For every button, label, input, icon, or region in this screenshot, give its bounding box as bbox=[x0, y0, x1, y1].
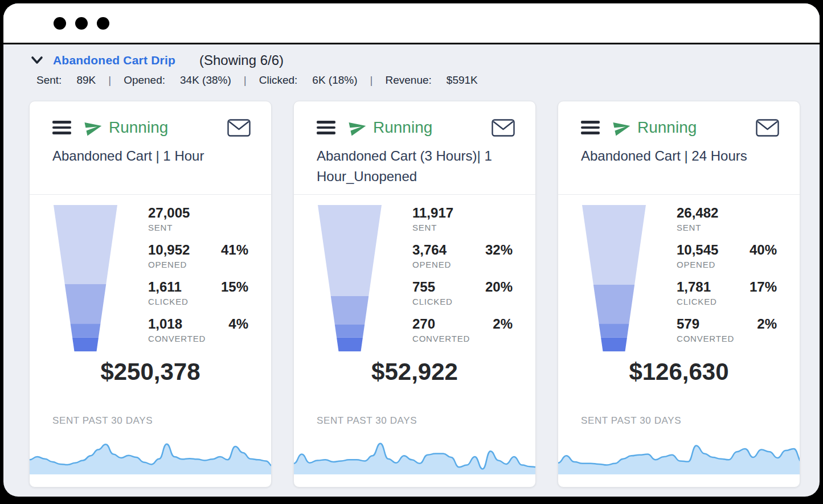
sparkline-chart bbox=[558, 439, 800, 474]
stat-separator: | bbox=[244, 74, 247, 87]
metric-clicked: 755 CLICKED 20% bbox=[412, 279, 513, 316]
funnel-chart bbox=[582, 205, 646, 354]
stat-clicked: Clicked: 6K (18%) bbox=[259, 74, 358, 87]
campaign-group-title[interactable]: Abandoned Cart Drip bbox=[53, 54, 175, 67]
metric-opened-pct: 32% bbox=[485, 242, 513, 279]
showing-count: (Showing 6/6) bbox=[199, 52, 284, 68]
metric-converted-label: CONVERTED bbox=[677, 334, 734, 343]
metric-clicked-pct: 17% bbox=[750, 279, 777, 316]
metric-clicked-label: CLICKED bbox=[412, 297, 453, 306]
sparkline-label: SENT PAST 30 DAYS bbox=[317, 415, 535, 427]
window-dot-3[interactable] bbox=[97, 17, 109, 30]
metric-converted-pct: 4% bbox=[228, 316, 248, 353]
card-header: Running Abandoned Cart (3 Hours)| 1 Hour… bbox=[294, 101, 535, 194]
hamburger-icon bbox=[581, 121, 600, 124]
campaign-title: Abandoned Cart (3 Hours)| 1 Hour_Unopene… bbox=[317, 146, 515, 187]
status-text: Running bbox=[373, 118, 432, 137]
paper-plane-icon bbox=[82, 117, 105, 138]
revenue-total: $250,378 bbox=[30, 358, 271, 390]
metric-opened-value: 10,952 bbox=[148, 242, 190, 258]
metric-converted-value: 1,018 bbox=[148, 316, 206, 332]
card-menu-button[interactable] bbox=[317, 121, 335, 134]
email-button[interactable] bbox=[756, 119, 779, 137]
stat-opened-label: Opened: bbox=[124, 74, 165, 87]
campaign-title: Abandoned Cart | 1 Hour bbox=[52, 146, 251, 166]
card-header: Running Abandoned Cart | 1 Hour bbox=[30, 101, 271, 194]
metric-sent: 11,917 SENT bbox=[412, 205, 513, 242]
collapse-group-button[interactable] bbox=[29, 53, 45, 68]
chevron-down-icon bbox=[29, 53, 45, 68]
hamburger-icon bbox=[317, 121, 335, 124]
status-badge: Running bbox=[348, 118, 432, 137]
metric-clicked-value: 1,781 bbox=[677, 279, 717, 295]
email-button[interactable] bbox=[492, 119, 515, 137]
status-badge: Running bbox=[84, 118, 168, 137]
stat-clicked-value: 6K (18%) bbox=[312, 74, 357, 87]
metric-sent-value: 26,482 bbox=[677, 205, 718, 221]
metric-clicked-value: 755 bbox=[412, 279, 453, 295]
stat-separator: | bbox=[370, 74, 373, 87]
metric-clicked-label: CLICKED bbox=[148, 297, 189, 306]
metric-opened-pct: 41% bbox=[221, 242, 248, 279]
metric-converted-pct: 2% bbox=[757, 316, 777, 353]
browser-window: Abandoned Cart Drip (Showing 6/6) Sent: … bbox=[3, 3, 820, 497]
metric-sent-label: SENT bbox=[412, 223, 453, 232]
funnel-chart bbox=[54, 205, 117, 354]
window-dot-2[interactable] bbox=[75, 17, 88, 30]
stat-opened: Opened: 34K (38%) bbox=[124, 74, 231, 87]
metric-converted-value: 579 bbox=[677, 316, 734, 332]
status-badge: Running bbox=[612, 118, 697, 137]
email-button[interactable] bbox=[227, 119, 251, 137]
metric-clicked: 1,611 CLICKED 15% bbox=[148, 279, 248, 316]
campaign-card[interactable]: Running Abandoned Cart | 24 Hours 26,482 bbox=[558, 101, 800, 487]
metric-opened-value: 3,764 bbox=[412, 242, 451, 258]
metric-converted: 270 CONVERTED 2% bbox=[412, 316, 513, 353]
metric-opened-label: OPENED bbox=[148, 260, 190, 269]
metric-clicked-pct: 20% bbox=[485, 279, 513, 316]
metrics-list: 11,917 SENT 3,764 OPENED 32% 755 CLICKED… bbox=[412, 205, 513, 354]
metric-opened-value: 10,545 bbox=[677, 242, 718, 258]
metric-converted-pct: 2% bbox=[493, 316, 513, 353]
stat-separator: | bbox=[108, 74, 111, 87]
metric-sent-value: 27,005 bbox=[148, 205, 190, 221]
envelope-icon bbox=[492, 119, 515, 137]
paper-plane-icon bbox=[346, 117, 369, 138]
metric-clicked: 1,781 CLICKED 17% bbox=[677, 279, 777, 316]
status-text: Running bbox=[109, 118, 168, 137]
metric-clicked-label: CLICKED bbox=[677, 297, 717, 306]
metric-sent: 27,005 SENT bbox=[148, 205, 248, 242]
sparkline-chart bbox=[30, 439, 271, 474]
metric-sent: 26,482 SENT bbox=[677, 205, 777, 242]
stat-revenue: Revenue: $591K bbox=[385, 74, 477, 87]
metric-opened-pct: 40% bbox=[750, 242, 777, 279]
metric-converted: 579 CONVERTED 2% bbox=[677, 316, 777, 353]
sparkline-label: SENT PAST 30 DAYS bbox=[581, 415, 800, 427]
stat-opened-value: 34K (38%) bbox=[180, 74, 231, 87]
envelope-icon bbox=[227, 119, 251, 137]
stat-revenue-value: $591K bbox=[447, 74, 478, 87]
envelope-icon bbox=[756, 119, 779, 137]
metric-opened: 10,952 OPENED 41% bbox=[148, 242, 248, 279]
window-dot-1[interactable] bbox=[54, 17, 66, 30]
card-menu-button[interactable] bbox=[52, 121, 71, 134]
card-body: 26,482 SENT 10,545 OPENED 40% 1,781 CLIC… bbox=[558, 195, 800, 354]
revenue-total: $126,630 bbox=[558, 358, 800, 390]
stat-sent-label: Sent: bbox=[36, 74, 62, 87]
status-text: Running bbox=[637, 118, 697, 137]
metric-opened-label: OPENED bbox=[677, 260, 718, 269]
sparkline-chart bbox=[294, 439, 535, 474]
metric-clicked-value: 1,611 bbox=[148, 279, 189, 295]
metrics-list: 26,482 SENT 10,545 OPENED 40% 1,781 CLIC… bbox=[677, 205, 777, 354]
metric-opened: 3,764 OPENED 32% bbox=[412, 242, 513, 279]
stat-clicked-label: Clicked: bbox=[259, 74, 298, 87]
campaign-card[interactable]: Running Abandoned Cart | 1 Hour 27,005 bbox=[29, 101, 272, 487]
campaign-cards-row: Running Abandoned Cart | 1 Hour 27,005 bbox=[29, 101, 800, 487]
metric-converted-label: CONVERTED bbox=[412, 334, 470, 343]
metric-sent-value: 11,917 bbox=[412, 205, 453, 221]
stat-revenue-label: Revenue: bbox=[385, 74, 431, 87]
campaign-card[interactable]: Running Abandoned Cart (3 Hours)| 1 Hour… bbox=[293, 101, 536, 487]
metric-converted-label: CONVERTED bbox=[148, 334, 206, 343]
card-menu-button[interactable] bbox=[581, 121, 600, 134]
window-titlebar bbox=[3, 3, 820, 44]
summary-stats-row: Sent: 89K | Opened: 34K (38%) | Clicked:… bbox=[36, 74, 800, 87]
